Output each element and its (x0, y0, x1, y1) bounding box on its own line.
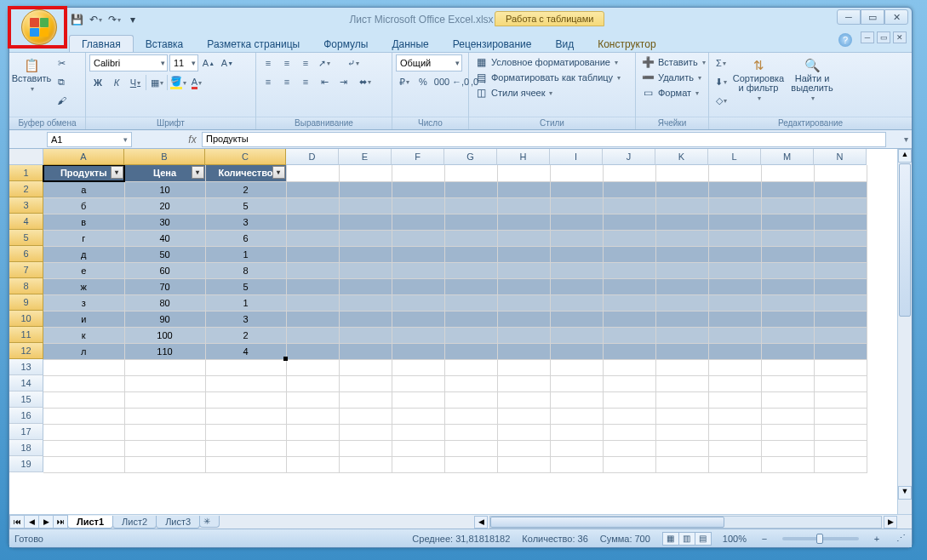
tab-page-layout[interactable]: Разметка страницы (195, 36, 312, 52)
fill-button[interactable]: ⬇ (712, 73, 730, 90)
office-button[interactable] (21, 9, 57, 45)
cell[interactable] (761, 343, 814, 359)
cell[interactable] (708, 440, 761, 456)
paste-button[interactable]: 📋 Вставить▾ (13, 54, 50, 95)
cell[interactable] (339, 278, 392, 294)
cell[interactable] (339, 311, 392, 327)
cut-button[interactable]: ✂ (53, 54, 70, 71)
doc-close-button[interactable]: ✕ (893, 31, 907, 43)
sheet-tab-1[interactable]: Лист1 (67, 516, 113, 529)
cell[interactable] (43, 456, 124, 472)
cell[interactable] (603, 424, 655, 440)
row-header-1[interactable]: 1 (9, 165, 43, 181)
cell[interactable] (761, 278, 814, 294)
cell[interactable] (550, 165, 603, 181)
cell[interactable] (392, 359, 444, 375)
cell[interactable] (392, 214, 444, 230)
cell[interactable] (708, 214, 761, 230)
border-button[interactable]: ▦ (148, 74, 165, 91)
cell[interactable] (339, 230, 392, 246)
cell[interactable] (761, 327, 814, 343)
cell[interactable] (497, 246, 550, 262)
column-header-N[interactable]: N (814, 149, 867, 165)
cell[interactable]: 5 (205, 278, 286, 294)
cell[interactable] (655, 262, 708, 278)
cell[interactable] (43, 408, 124, 424)
cell[interactable] (550, 375, 603, 391)
cell[interactable] (814, 424, 867, 440)
cell[interactable] (497, 214, 550, 230)
cell[interactable] (550, 246, 603, 262)
cell[interactable] (550, 294, 603, 311)
row-header-5[interactable]: 5 (9, 230, 43, 246)
cell[interactable]: 4 (205, 343, 286, 359)
cell[interactable] (497, 165, 550, 181)
cell[interactable]: Количество▾ (205, 165, 286, 181)
cell[interactable] (43, 375, 124, 391)
cell[interactable] (339, 456, 392, 472)
cell[interactable] (43, 440, 124, 456)
maximize-button[interactable]: ▭ (861, 9, 884, 25)
doc-restore-button[interactable]: ▭ (877, 31, 890, 43)
cell[interactable] (761, 214, 814, 230)
cell[interactable]: 2 (205, 327, 286, 343)
cell[interactable] (392, 246, 444, 262)
cell[interactable] (497, 294, 550, 311)
format-cells-button[interactable]: ▭Формат▾ (639, 85, 701, 100)
cell[interactable] (814, 278, 867, 294)
cell[interactable]: 110 (124, 343, 205, 359)
cell[interactable] (708, 246, 761, 262)
select-all-button[interactable] (9, 149, 43, 165)
cell[interactable] (655, 391, 708, 408)
tab-view[interactable]: Вид (543, 36, 586, 52)
cell[interactable] (814, 311, 867, 327)
hscroll-left[interactable]: ◀ (474, 516, 488, 529)
column-header-F[interactable]: F (392, 149, 444, 165)
close-button[interactable]: ✕ (884, 9, 908, 25)
cell[interactable] (550, 391, 603, 408)
cell[interactable] (286, 440, 339, 456)
cell[interactable]: д (43, 246, 124, 262)
cell[interactable] (814, 375, 867, 391)
cell[interactable] (339, 165, 392, 181)
row-header-12[interactable]: 12 (9, 343, 43, 359)
decrease-indent-button[interactable]: ⇤ (316, 73, 333, 90)
sheet-nav-prev[interactable]: ◀ (24, 515, 39, 529)
cell[interactable] (814, 214, 867, 230)
cell[interactable] (286, 391, 339, 408)
cell[interactable]: 5 (205, 197, 286, 214)
cell[interactable] (286, 165, 339, 181)
cell[interactable] (339, 359, 392, 375)
qat-redo-icon[interactable]: ↷▾ (106, 12, 122, 27)
cell[interactable] (392, 278, 444, 294)
cell[interactable] (814, 197, 867, 214)
cell[interactable] (205, 440, 286, 456)
cell[interactable] (761, 165, 814, 181)
tab-home[interactable]: Главная (69, 35, 134, 52)
cell[interactable] (339, 327, 392, 343)
cell[interactable] (286, 214, 339, 230)
cell[interactable] (655, 456, 708, 472)
row-header-19[interactable]: 19 (9, 456, 43, 472)
cell[interactable] (708, 359, 761, 375)
autosum-button[interactable]: Σ (712, 54, 730, 71)
column-header-L[interactable]: L (708, 149, 761, 165)
cell[interactable] (708, 456, 761, 472)
cell[interactable] (339, 375, 392, 391)
filter-dropdown[interactable]: ▾ (111, 166, 123, 179)
cell[interactable] (708, 408, 761, 424)
cell[interactable] (603, 327, 655, 343)
cell[interactable] (550, 343, 603, 359)
column-header-G[interactable]: G (444, 149, 497, 165)
cell[interactable] (286, 456, 339, 472)
cell[interactable] (550, 278, 603, 294)
cell[interactable] (392, 375, 444, 391)
cell[interactable] (392, 197, 444, 214)
cell[interactable] (550, 456, 603, 472)
cell[interactable]: в (43, 214, 124, 230)
italic-button[interactable]: К (108, 74, 125, 91)
cell[interactable] (814, 359, 867, 375)
cell[interactable] (708, 181, 761, 197)
cell[interactable]: 50 (124, 246, 205, 262)
cell[interactable] (814, 246, 867, 262)
